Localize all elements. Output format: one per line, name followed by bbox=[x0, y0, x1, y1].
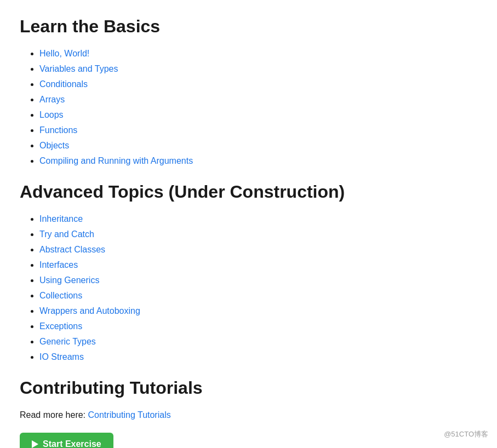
list-item: Interfaces bbox=[39, 259, 477, 272]
collections-link[interactable]: Collections bbox=[39, 291, 82, 300]
contributing-heading: Contributing Tutorials bbox=[20, 375, 477, 401]
loops-link[interactable]: Loops bbox=[39, 110, 64, 119]
contributing-read-more-text: Read more here: bbox=[20, 410, 85, 420]
learn-basics-heading: Learn the Basics bbox=[20, 13, 477, 39]
list-item: Loops bbox=[39, 108, 477, 122]
list-item: IO Streams bbox=[39, 351, 477, 364]
list-item: Exceptions bbox=[39, 320, 477, 333]
arrays-link[interactable]: Arrays bbox=[39, 95, 65, 104]
abstract-classes-link[interactable]: Abstract Classes bbox=[39, 245, 105, 254]
list-item: Abstract Classes bbox=[39, 243, 477, 256]
list-item: Hello, World! bbox=[39, 47, 477, 60]
hello-world-link[interactable]: Hello, World! bbox=[39, 49, 89, 58]
wrappers-autoboxing-link[interactable]: Wrappers and Autoboxing bbox=[39, 306, 140, 315]
list-item: Compiling and Running with Arguments bbox=[39, 154, 477, 168]
contributing-tutorials-link[interactable]: Contributing Tutorials bbox=[88, 410, 171, 420]
page-container: Learn the Basics Hello, World! Variables… bbox=[20, 13, 477, 448]
advanced-topics-heading: Advanced Topics (Under Construction) bbox=[20, 179, 477, 205]
using-generics-link[interactable]: Using Generics bbox=[39, 275, 99, 285]
objects-link[interactable]: Objects bbox=[39, 141, 69, 150]
start-exercise-button[interactable]: Start Exercise bbox=[20, 433, 113, 448]
contributing-text-paragraph: Read more here: Contributing Tutorials bbox=[20, 409, 477, 422]
list-item: Using Generics bbox=[39, 274, 477, 287]
list-item: Collections bbox=[39, 289, 477, 302]
list-item: Arrays bbox=[39, 93, 477, 106]
list-item: Wrappers and Autoboxing bbox=[39, 305, 477, 318]
io-streams-link[interactable]: IO Streams bbox=[39, 352, 84, 361]
contributing-section: Contributing Tutorials Read more here: C… bbox=[20, 375, 477, 448]
exceptions-link[interactable]: Exceptions bbox=[39, 321, 82, 331]
inheritance-link[interactable]: Inheritance bbox=[39, 214, 83, 223]
interfaces-link[interactable]: Interfaces bbox=[39, 260, 78, 269]
compiling-running-link[interactable]: Compiling and Running with Arguments bbox=[39, 156, 193, 165]
watermark: @51CTO博客 bbox=[444, 429, 488, 440]
advanced-topics-list: Inheritance Try and Catch Abstract Class… bbox=[20, 212, 477, 364]
functions-link[interactable]: Functions bbox=[39, 125, 77, 135]
play-icon bbox=[32, 440, 38, 448]
conditionals-link[interactable]: Conditionals bbox=[39, 79, 88, 89]
list-item: Variables and Types bbox=[39, 62, 477, 76]
advanced-topics-section: Advanced Topics (Under Construction) Inh… bbox=[20, 179, 477, 364]
list-item: Inheritance bbox=[39, 212, 477, 226]
variables-types-link[interactable]: Variables and Types bbox=[39, 64, 118, 73]
try-catch-link[interactable]: Try and Catch bbox=[39, 229, 94, 239]
learn-basics-list: Hello, World! Variables and Types Condit… bbox=[20, 47, 477, 168]
list-item: Generic Types bbox=[39, 335, 477, 348]
learn-basics-section: Learn the Basics Hello, World! Variables… bbox=[20, 13, 477, 168]
generic-types-link[interactable]: Generic Types bbox=[39, 337, 96, 346]
list-item: Functions bbox=[39, 124, 477, 137]
start-exercise-label: Start Exercise bbox=[43, 439, 101, 448]
list-item: Objects bbox=[39, 139, 477, 152]
list-item: Conditionals bbox=[39, 78, 477, 91]
list-item: Try and Catch bbox=[39, 228, 477, 241]
